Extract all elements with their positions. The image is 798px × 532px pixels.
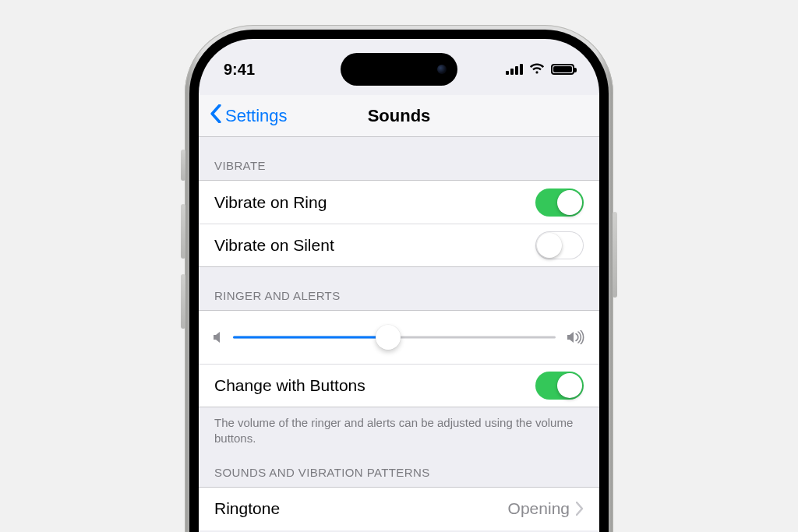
section-header-vibrate: VIBRATE: [199, 137, 599, 180]
row-change-with-buttons[interactable]: Change with Buttons: [199, 364, 599, 407]
nav-bar: Settings Sounds: [199, 95, 599, 137]
row-label: Change with Buttons: [214, 376, 365, 395]
back-button[interactable]: Settings: [210, 95, 288, 136]
ringer-footer-text: The volume of the ringer and alerts can …: [199, 407, 599, 450]
power-button[interactable]: [613, 212, 617, 298]
phone-screen: 9:41 Settings: [199, 39, 599, 532]
mute-switch[interactable]: [181, 150, 185, 181]
volume-high-icon: [567, 330, 585, 344]
row-label: Vibrate on Ring: [214, 193, 327, 212]
row-vibrate-on-silent[interactable]: Vibrate on Silent: [199, 224, 599, 266]
toggle-change-with-buttons[interactable]: [535, 372, 584, 400]
section-header-ringer: RINGER AND ALERTS: [199, 267, 599, 310]
row-ringer-volume[interactable]: [199, 311, 599, 364]
volume-up-button[interactable]: [181, 204, 185, 259]
status-bar: 9:41: [199, 58, 599, 81]
row-label: Ringtone: [214, 499, 280, 518]
status-time: 9:41: [224, 61, 255, 79]
wifi-icon: [529, 61, 545, 79]
vibrate-group: Vibrate on Ring Vibrate on Silent: [199, 181, 599, 266]
phone-frame: 9:41 Settings: [185, 25, 613, 532]
row-label: Vibrate on Silent: [214, 236, 334, 255]
volume-down-button[interactable]: [181, 274, 185, 329]
page-title: Sounds: [368, 106, 431, 126]
row-ringtone[interactable]: Ringtone Opening: [199, 488, 599, 530]
row-vibrate-on-ring[interactable]: Vibrate on Ring: [199, 181, 599, 224]
chevron-right-icon: [576, 502, 584, 516]
cellular-signal-icon: [506, 64, 523, 75]
toggle-vibrate-on-ring[interactable]: [535, 188, 584, 217]
ringer-group: Change with Buttons: [199, 311, 599, 407]
toggle-vibrate-on-silent[interactable]: [535, 231, 584, 259]
back-label: Settings: [225, 106, 288, 126]
settings-content: VIBRATE Vibrate on Ring Vibrate on Silen…: [199, 137, 599, 532]
volume-low-icon: [213, 331, 222, 344]
ringtone-value: Opening: [508, 499, 570, 518]
battery-icon: [551, 64, 574, 75]
ringer-volume-slider[interactable]: [233, 325, 556, 350]
patterns-group: Ringtone Opening: [199, 488, 599, 530]
chevron-left-icon: [210, 104, 222, 128]
section-header-patterns: SOUNDS AND VIBRATION PATTERNS: [199, 450, 599, 487]
